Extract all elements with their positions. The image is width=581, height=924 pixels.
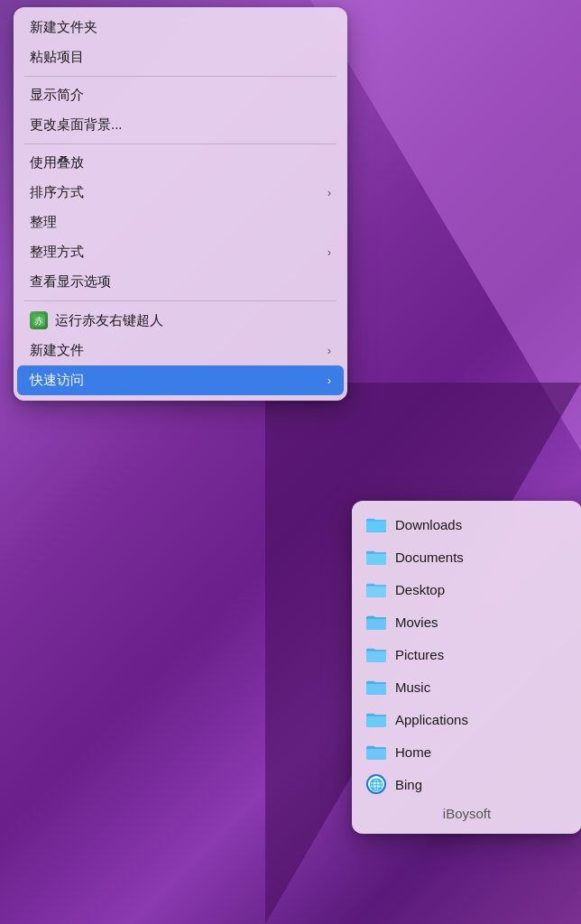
- run-right-click-icon: 赤: [30, 311, 48, 329]
- desktop-label: Desktop: [395, 582, 445, 597]
- svg-rect-18: [366, 749, 386, 760]
- menu-item-use-stack[interactable]: 使用叠放: [14, 148, 347, 178]
- svg-rect-10: [366, 619, 386, 630]
- sort-by-chevron-icon: ›: [327, 186, 331, 199]
- context-menu: 新建文件夹 粘贴项目 显示简介 更改桌面背景... 使用叠放 排序方式 › 整理…: [14, 7, 347, 401]
- separator-3: [24, 300, 337, 301]
- run-right-click-content: 赤 运行赤友右键超人: [30, 311, 163, 329]
- menu-item-paste-label: 粘贴项目: [30, 49, 84, 66]
- movies-label: Movies: [395, 614, 438, 630]
- downloads-label: Downloads: [395, 517, 462, 532]
- menu-item-paste[interactable]: 粘贴项目: [14, 42, 347, 72]
- menu-item-organize-by-label: 整理方式: [30, 244, 84, 261]
- documents-folder-icon: [366, 547, 386, 567]
- menu-item-view-options-label: 查看显示选项: [30, 273, 111, 291]
- submenu-quick-access: Downloads Documents Desktop: [352, 501, 581, 834]
- bing-globe-icon: 🌐: [366, 774, 386, 794]
- submenu-item-bing[interactable]: 🌐 Bing: [352, 768, 581, 800]
- submenu-item-desktop[interactable]: Desktop: [352, 573, 581, 605]
- menu-item-new-folder[interactable]: 新建文件夹: [14, 13, 347, 42]
- menu-item-change-wallpaper-label: 更改桌面背景...: [30, 116, 123, 134]
- applications-label: Applications: [395, 712, 468, 727]
- svg-rect-6: [366, 554, 386, 565]
- menu-item-organize-label: 整理: [30, 214, 57, 231]
- submenu-item-documents[interactable]: Documents: [352, 541, 581, 573]
- menu-item-show-intro[interactable]: 显示简介: [14, 80, 347, 110]
- svg-rect-8: [366, 587, 386, 597]
- desktop-folder-icon: [366, 579, 386, 599]
- submenu-item-movies[interactable]: Movies: [352, 605, 581, 638]
- svg-rect-16: [366, 716, 386, 727]
- svg-text:赤: 赤: [34, 316, 43, 326]
- menu-item-change-wallpaper[interactable]: 更改桌面背景...: [14, 110, 347, 140]
- svg-rect-4: [366, 522, 386, 532]
- menu-item-sort-by-label: 排序方式: [30, 184, 84, 201]
- separator-1: [24, 76, 337, 77]
- run-right-click-label: 运行赤友右键超人: [55, 312, 163, 329]
- menu-item-organize[interactable]: 整理: [14, 208, 347, 237]
- documents-label: Documents: [395, 550, 464, 565]
- submenu-item-applications[interactable]: Applications: [352, 703, 581, 735]
- submenu-item-music[interactable]: Music: [352, 670, 581, 703]
- menu-item-quick-access[interactable]: 快速访问 ›: [17, 365, 344, 395]
- submenu-item-pictures[interactable]: Pictures: [352, 638, 581, 670]
- new-file-chevron-icon: ›: [327, 344, 331, 357]
- music-folder-icon: [366, 677, 386, 697]
- music-label: Music: [395, 679, 430, 695]
- menu-item-view-options[interactable]: 查看显示选项: [14, 267, 347, 297]
- menu-item-organize-by[interactable]: 整理方式 ›: [14, 237, 347, 267]
- applications-folder-icon: [366, 709, 386, 729]
- organize-by-chevron-icon: ›: [327, 245, 331, 259]
- menu-item-new-file-label: 新建文件: [30, 342, 84, 359]
- menu-item-quick-access-label: 快速访问: [30, 372, 84, 389]
- svg-rect-12: [366, 651, 386, 662]
- separator-2: [24, 143, 337, 144]
- menu-item-sort-by[interactable]: 排序方式 ›: [14, 178, 347, 208]
- quick-access-chevron-icon: ›: [327, 374, 331, 387]
- menu-item-new-file[interactable]: 新建文件 ›: [14, 336, 347, 365]
- menu-item-new-folder-label: 新建文件夹: [30, 19, 97, 36]
- downloads-folder-icon: [366, 514, 386, 534]
- movies-folder-icon: [366, 612, 386, 632]
- submenu-item-iboysoft[interactable]: iBoysoft: [352, 800, 581, 827]
- menu-item-show-intro-label: 显示简介: [30, 87, 84, 104]
- home-label: Home: [395, 744, 431, 760]
- svg-rect-14: [366, 684, 386, 695]
- menu-item-use-stack-label: 使用叠放: [30, 154, 84, 171]
- bing-label: Bing: [395, 777, 422, 792]
- home-folder-icon: [366, 742, 386, 762]
- iboysoft-label: iBoysoft: [443, 806, 491, 821]
- submenu-item-home[interactable]: Home: [352, 735, 581, 768]
- menu-item-run-right-click[interactable]: 赤 运行赤友右键超人: [14, 305, 347, 336]
- pictures-label: Pictures: [395, 647, 444, 662]
- pictures-folder-icon: [366, 644, 386, 664]
- submenu-item-downloads[interactable]: Downloads: [352, 508, 581, 541]
